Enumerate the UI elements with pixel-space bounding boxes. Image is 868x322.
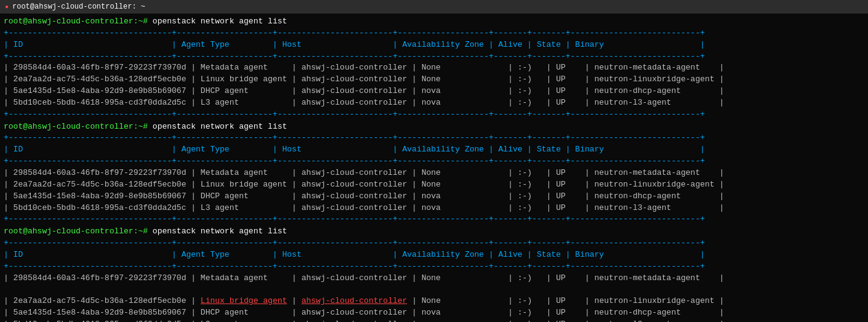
table-row-3-2: | 5ae1435d-15e8-4aba-92d9-8e9b85b69067 |… [4, 307, 864, 319]
table-header-2: | ID | Agent Type | Host | Availability … [4, 144, 864, 156]
table-sep-1-mid: +----------------------------------+----… [4, 51, 864, 63]
table-sep-1-bot: +----------------------------------+----… [4, 109, 864, 121]
table-row-2-3: | 5bd10ceb-5bdb-4618-995a-cd3f0dda2d5c |… [4, 203, 864, 214]
table-sep-2-mid: +----------------------------------+----… [4, 156, 864, 167]
title-bar: ● root@ahswj-cloud-controller: ~ [0, 0, 868, 14]
table-row-2-1: | 2ea7aa2d-ac75-4d5c-b36a-128edf5ecb0e |… [4, 179, 864, 191]
table-header-3: | ID | Agent Type | Host | Availability … [4, 249, 864, 261]
table-row-1-0: | 298584d4-60a3-46fb-8f97-29223f73970d |… [4, 62, 864, 74]
prompt-1: root@ahswj-cloud-controller:~# openstack… [4, 16, 864, 28]
table-sep-3-mid: +----------------------------------+----… [4, 261, 864, 273]
table-row-1-1: | 2ea7aa2d-ac75-4d5c-b36a-128edf5ecb0e |… [4, 74, 864, 86]
table-sep-3-top: +----------------------------------+----… [4, 238, 864, 249]
table-sep-2-top: +----------------------------------+----… [4, 132, 864, 144]
table-row-3-1: | 2ea7aa2d-ac75-4d5c-b36a-128edf5ecb0e |… [4, 284, 864, 307]
section-1: root@ahswj-cloud-controller:~# openstack… [4, 16, 864, 121]
terminal: root@ahswj-cloud-controller:~# openstack… [0, 14, 868, 322]
terminal-icon: ● [5, 4, 9, 10]
table-sep-2-bot: +----------------------------------+----… [4, 214, 864, 225]
table-row-2-0: | 298584d4-60a3-46fb-8f97-29223f73970d |… [4, 167, 864, 179]
prompt-3: root@ahswj-cloud-controller:~# openstack… [4, 226, 864, 238]
section-2: root@ahswj-cloud-controller:~# openstack… [4, 121, 864, 226]
table-row-1-3: | 5bd10ceb-5bdb-4618-995a-cd3f0dda2d5c |… [4, 97, 864, 109]
table-header-1: | ID | Agent Type | Host | Availability … [4, 39, 864, 51]
table-row-3-0: | 298584d4-60a3-46fb-8f97-29223f73970d |… [4, 273, 864, 284]
table-row-3-3: | 5bd10ceb-5bdb-4618-995a-cd3f0dda2d5c |… [4, 319, 864, 322]
table-row-1-2: | 5ae1435d-15e8-4aba-92d9-8e9b85b69067 |… [4, 86, 864, 97]
prompt-2: root@ahswj-cloud-controller:~# openstack… [4, 121, 864, 133]
table-row-2-2: | 5ae1435d-15e8-4aba-92d9-8e9b85b69067 |… [4, 191, 864, 203]
section-3: root@ahswj-cloud-controller:~# openstack… [4, 226, 864, 322]
table-sep-1-top: +----------------------------------+----… [4, 28, 864, 39]
title-text: root@ahswj-cloud-controller: ~ [12, 2, 145, 11]
